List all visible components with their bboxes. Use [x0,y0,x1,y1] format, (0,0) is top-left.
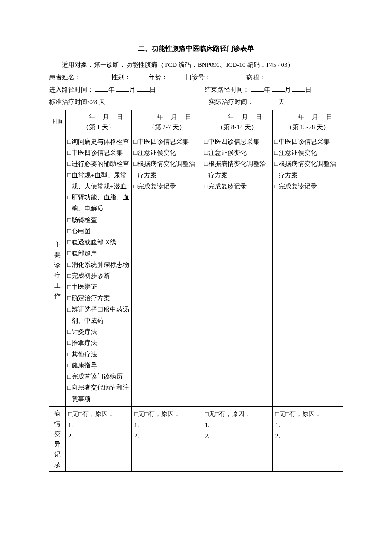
checklist-item[interactable]: □完成首诊门诊病历 [67,371,130,382]
time-row-head: 时间 [49,110,66,134]
checklist-item[interactable]: □心电图 [67,225,130,237]
checklist-item-text: 询问病史与体格检查 [72,136,130,147]
checkbox-icon[interactable]: □ [67,270,71,281]
checklist-item[interactable]: □中医四诊信息采集 [133,136,200,147]
checklist-item[interactable]: □根据病情变化调整治疗方案 [274,158,341,181]
checkbox-icon[interactable]: □ [133,158,137,169]
checkbox-icon[interactable]: □ [67,170,71,181]
checkbox-icon[interactable]: □ [67,237,71,248]
checklist-item[interactable]: □中医四诊信息采集 [274,136,341,147]
col3-header: 年月日 （第 8-14 天） [202,110,272,134]
checklist-item[interactable]: □腹透或腹部 X线 [67,237,130,248]
checklist-item[interactable]: □根据病情变化调整治疗方案 [204,158,271,181]
variation-row-head: 病情变异记录 [49,406,66,471]
checkbox-icon[interactable]: □ [67,337,71,348]
checklist-item[interactable]: □根据病情变化调整治疗方案 [133,158,200,181]
checkbox-icon[interactable]: □ [67,158,71,169]
checkbox-icon[interactable]: □ [204,147,208,158]
checklist-item[interactable]: □肠镜检查 [67,214,130,225]
checklist-item[interactable]: □注意证侯变化 [204,147,271,158]
end-day-blank[interactable] [292,84,305,92]
checklist-item-text: 根据病情变化调整治疗方案 [138,158,200,181]
checkbox-icon[interactable]: □ [274,136,278,147]
checkbox-icon[interactable]: □ [67,371,71,382]
checklist-item[interactable]: □完成初步诊断 [67,270,130,281]
patient-age-blank[interactable] [168,72,184,79]
checklist-item[interactable]: □肝肾功能、血脂、血糖、电解质 [67,192,130,214]
work-col2: □中医四诊信息采集□注意证侯变化□根据病情变化调整治疗方案□完成复诊记录 [132,134,202,406]
checkbox-icon[interactable]: □ [204,181,208,192]
checklist-item[interactable]: □进行必要的辅助检查 [67,158,130,169]
enter-month-blank[interactable] [116,84,129,92]
checklist-item[interactable]: □注意证侯变化 [274,147,341,158]
checklist-item[interactable]: □完成复诊记录 [274,181,341,192]
checkbox-icon[interactable]: □ [133,181,137,192]
checkbox-icon[interactable]: □ [67,360,71,371]
checklist-item-text: 确定治疗方案 [72,292,130,304]
checkbox-icon[interactable]: □ [67,214,71,225]
checklist-item[interactable]: □完成复诊记录 [133,181,200,192]
patient-name-blank[interactable] [81,72,110,79]
course-blank[interactable] [265,72,287,79]
checklist-item-text: 推拿疗法 [72,337,130,348]
patient-sex-blank[interactable] [131,72,147,79]
checkbox-icon[interactable]: □ [67,349,71,360]
table-row-variation: 病情变异记录 □无□有，原因： 1. 2. □无□有，原因： 1. 2. □无□… [49,406,343,471]
checklist-item-text: 中医辨证 [72,281,130,292]
checkbox-icon[interactable]: □ [67,259,71,270]
end-month-blank[interactable] [272,84,285,92]
checklist-item-text: 进行必要的辅助检查 [72,158,130,169]
checklist-item[interactable]: □中医四诊信息采集 [204,136,271,147]
checklist-item[interactable]: □健康指导 [67,360,130,371]
checklist-item-text: 向患者交代病情和注意事项 [72,382,130,405]
checkbox-icon[interactable]: □ [133,147,137,158]
visit-no-blank[interactable] [211,72,243,79]
days-unit: 天 [278,98,285,105]
variation-col3: □无□有，原因： 1. 2. [202,406,272,471]
checklist-item[interactable]: □询问病史与体格检查 [67,136,130,147]
end-year-blank[interactable] [251,84,264,92]
checklist-item[interactable]: □完成复诊记录 [204,181,271,192]
checklist-item[interactable]: □辨证选择口服中药汤剂、中成药 [67,304,130,327]
checkbox-icon[interactable]: □ [67,147,71,158]
checklist-item[interactable]: □确定治疗方案 [67,292,130,304]
checkbox-icon[interactable]: □ [274,181,278,192]
checkbox-icon[interactable]: □ [67,326,71,337]
variation-checkbox-line[interactable]: □无□有，原因： [68,408,129,419]
checkbox-icon[interactable]: □ [274,158,278,169]
checkbox-icon[interactable]: □ [67,136,71,147]
checkbox-icon[interactable]: □ [67,192,71,203]
checklist-item-text: 中医四诊信息采集 [138,136,200,147]
checklist-item[interactable]: □其他疗法 [67,349,130,360]
checklist-item[interactable]: □血常规+血型、尿常规、大便常规+潜血 [67,170,130,192]
checkbox-icon[interactable]: □ [133,136,137,147]
checklist-item[interactable]: □中医辨证 [67,281,130,292]
checklist-item[interactable]: □腹部超声 [67,248,130,259]
checkbox-icon[interactable]: □ [67,248,71,259]
checklist-item[interactable]: □向患者交代病情和注意事项 [67,382,130,405]
checkbox-icon[interactable]: □ [67,292,71,304]
enter-year-blank[interactable] [95,84,108,92]
checkbox-icon[interactable]: □ [204,136,208,147]
variation-checkbox-line[interactable]: □无□有，原因： [205,408,270,419]
variation-checkbox-line[interactable]: □无□有，原因： [134,408,199,419]
work-col4: □中医四诊信息采集□注意证侯变化□根据病情变化调整治疗方案□完成复诊记录 [272,134,343,406]
checkbox-icon[interactable]: □ [67,382,71,393]
checklist-item[interactable]: □针灸疗法 [67,326,130,337]
actual-time-blank[interactable] [255,97,277,104]
checklist-item[interactable]: □中医四诊信息采集 [67,147,130,158]
checkbox-icon[interactable]: □ [204,158,208,169]
checkbox-icon[interactable]: □ [67,281,71,292]
variation-checkbox-line[interactable]: □无□有，原因： [275,408,340,419]
checkbox-icon[interactable]: □ [274,147,278,158]
checklist-item-text: 腹部超声 [72,248,130,259]
checklist-item[interactable]: □推拿疗法 [67,337,130,348]
checklist-item-text: 消化系统肿瘤标志物 [72,259,130,270]
checklist-item[interactable]: □消化系统肿瘤标志物 [67,259,130,270]
variation-col1: □无□有，原因： 1. 2. [66,406,132,471]
enter-day-blank[interactable] [137,84,150,92]
checkbox-icon[interactable]: □ [67,304,71,315]
checkbox-icon[interactable]: □ [67,225,71,237]
checklist-item[interactable]: □注意证侯变化 [133,147,200,158]
checklist-item-text: 腹透或腹部 X线 [72,237,130,248]
